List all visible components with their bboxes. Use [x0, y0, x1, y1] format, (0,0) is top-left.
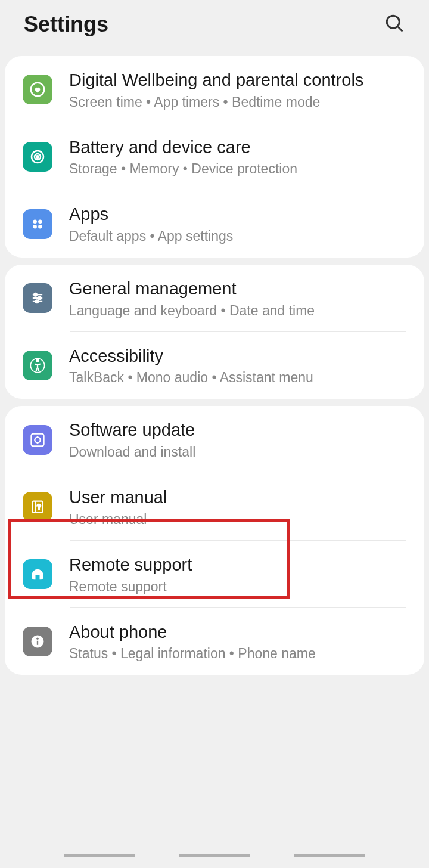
item-text: General management Language and keyboard… — [69, 278, 406, 319]
item-text: Battery and device care Storage • Memory… — [69, 137, 406, 178]
item-text: About phone Status • Legal information •… — [69, 621, 406, 662]
info-icon — [23, 627, 52, 656]
svg-line-1 — [398, 27, 403, 32]
settings-section: General management Language and keyboard… — [5, 265, 424, 399]
sliders-icon — [23, 283, 52, 313]
item-title: Remote support — [69, 554, 406, 576]
svg-point-8 — [33, 225, 37, 229]
svg-point-15 — [36, 300, 39, 303]
item-subtitle: Screen time • App timers • Bedtime mode — [69, 94, 406, 110]
headset-icon — [23, 559, 52, 589]
settings-item-battery-device-care[interactable]: Battery and device care Storage • Memory… — [5, 123, 424, 191]
spiral-icon — [23, 142, 52, 172]
settings-item-accessibility[interactable]: Accessibility TalkBack • Mono audio • As… — [5, 332, 424, 399]
settings-section: Digital Wellbeing and parental controls … — [5, 56, 424, 258]
svg-point-6 — [33, 219, 37, 224]
item-text: Apps Default apps • App settings — [69, 203, 406, 244]
settings-item-apps[interactable]: Apps Default apps • App settings — [5, 190, 424, 258]
item-subtitle: Language and keyboard • Date and time — [69, 303, 406, 319]
item-subtitle: User manual — [69, 512, 406, 528]
svg-rect-18 — [32, 433, 44, 446]
item-subtitle: Status • Legal information • Phone name — [69, 646, 406, 662]
svg-point-23 — [36, 637, 39, 640]
settings-item-remote-support[interactable]: Remote support Remote support — [5, 541, 424, 608]
settings-item-software-update[interactable]: Software update Download and install — [5, 406, 424, 473]
person-icon — [23, 351, 52, 380]
item-text: Accessibility TalkBack • Mono audio • As… — [69, 345, 406, 386]
refresh-icon — [23, 425, 52, 455]
item-subtitle: Download and install — [69, 444, 406, 460]
nav-home[interactable] — [179, 854, 250, 857]
settings-section: Software update Download and install ? U… — [5, 406, 424, 675]
page-title: Settings — [24, 12, 108, 37]
book-icon: ? — [23, 492, 52, 522]
item-title: Software update — [69, 419, 406, 442]
heart-circle-icon — [23, 75, 52, 104]
item-text: Software update Download and install — [69, 419, 406, 460]
item-subtitle: Storage • Memory • Device protection — [69, 161, 406, 177]
settings-item-about-phone[interactable]: About phone Status • Legal information •… — [5, 608, 424, 675]
item-title: Digital Wellbeing and parental controls — [69, 69, 406, 92]
item-title: General management — [69, 278, 406, 300]
item-text: Digital Wellbeing and parental controls … — [69, 69, 406, 110]
item-title: About phone — [69, 621, 406, 644]
svg-rect-24 — [37, 641, 38, 645]
item-text: User manual User manual — [69, 486, 406, 528]
dots-icon — [23, 209, 52, 239]
settings-item-general-management[interactable]: General management Language and keyboard… — [5, 265, 424, 332]
svg-text:?: ? — [37, 503, 41, 510]
item-subtitle: TalkBack • Mono audio • Assistant menu — [69, 370, 406, 386]
navigation-bar — [0, 843, 429, 868]
settings-item-user-manual[interactable]: ? User manual User manual — [5, 473, 424, 541]
svg-point-16 — [36, 359, 39, 362]
svg-point-0 — [387, 16, 399, 28]
item-title: Apps — [69, 203, 406, 226]
item-title: Accessibility — [69, 345, 406, 368]
item-title: Battery and device care — [69, 137, 406, 159]
search-icon[interactable] — [384, 13, 405, 36]
settings-item-digital-wellbeing[interactable]: Digital Wellbeing and parental controls … — [5, 56, 424, 123]
nav-back[interactable] — [294, 854, 365, 857]
item-subtitle: Remote support — [69, 579, 406, 595]
svg-point-9 — [38, 225, 42, 229]
svg-point-7 — [38, 219, 42, 224]
svg-point-5 — [36, 156, 39, 158]
svg-point-11 — [34, 293, 37, 296]
svg-point-13 — [38, 297, 41, 300]
header: Settings — [0, 0, 429, 49]
nav-recents[interactable] — [64, 854, 135, 857]
item-title: User manual — [69, 486, 406, 509]
item-subtitle: Default apps • App settings — [69, 228, 406, 244]
item-text: Remote support Remote support — [69, 554, 406, 595]
